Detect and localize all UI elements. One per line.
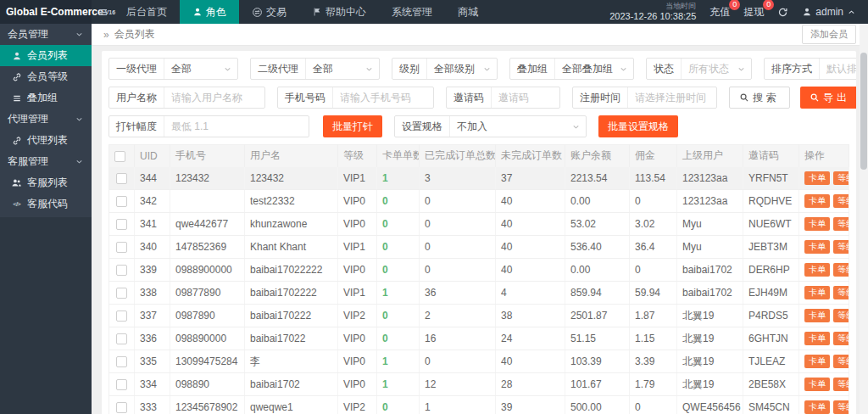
- action-button-1[interactable]: 卡单: [804, 286, 830, 299]
- column-header: UID: [135, 145, 170, 167]
- row-checkbox[interactable]: [116, 356, 127, 367]
- sidebar-group-5[interactable]: 代理管理: [0, 109, 92, 130]
- nav-item-2[interactable]: 角色: [180, 0, 239, 24]
- sidebar-item-3[interactable]: 会员等级: [0, 66, 92, 87]
- cell-parent-user: baibai1702: [677, 259, 743, 282]
- cell-pending-orders: 40: [496, 350, 565, 373]
- cell-completed-orders: 0: [420, 190, 496, 213]
- cell-pending-orders: 4: [496, 282, 565, 305]
- cell-balance: 859.94: [565, 282, 630, 305]
- cell-uid: 335: [135, 350, 170, 373]
- filter-select[interactable]: 全部: [164, 62, 237, 76]
- withdraw-button[interactable]: 提现 0: [743, 5, 764, 20]
- sidebar-menu: 会员管理会员列表会员等级叠加组代理管理代理列表客服管理客服列表</>客服代码: [0, 24, 92, 215]
- action-button-2[interactable]: 等级: [833, 240, 849, 254]
- search-button[interactable]: 搜索: [729, 87, 790, 109]
- sidebar-group-7[interactable]: 客服管理: [0, 151, 92, 172]
- action-button-2[interactable]: 等级: [833, 286, 849, 299]
- column-header: 手机号: [170, 145, 245, 167]
- action-button-1[interactable]: 卡单: [804, 309, 830, 322]
- action-button-1[interactable]: 卡单: [804, 378, 830, 391]
- export-button-label: 导出: [823, 91, 850, 105]
- action-button-2[interactable]: 等级: [833, 355, 849, 368]
- cell-username: baibai170222: [245, 305, 338, 327]
- row-checkbox[interactable]: [116, 242, 127, 253]
- action-button-2[interactable]: 等级: [833, 309, 849, 322]
- scrollbar-thumb[interactable]: [860, 53, 867, 170]
- recharge-button[interactable]: 充值 0: [709, 5, 730, 20]
- inject-range-input[interactable]: [164, 116, 309, 137]
- action-button-1[interactable]: 卡单: [804, 194, 830, 208]
- filter-select[interactable]: 全部级别: [427, 62, 497, 76]
- filter-select[interactable]: 默认排序: [820, 62, 856, 76]
- refresh-icon[interactable]: [777, 7, 788, 18]
- users-icon: [11, 177, 22, 188]
- action-button-1[interactable]: 卡单: [804, 171, 830, 185]
- row-checkbox[interactable]: [116, 196, 127, 207]
- filter-input[interactable]: [333, 87, 433, 108]
- add-member-button[interactable]: 添加会员: [802, 25, 856, 44]
- filter-select[interactable]: 所有状态: [682, 62, 751, 76]
- sidebar-item-8[interactable]: 客服列表: [0, 172, 92, 193]
- cell-invite-code: JEBT3M: [743, 236, 799, 259]
- filter-select[interactable]: 全部叠加组: [555, 62, 633, 76]
- sidebar-item-6[interactable]: 代理列表: [0, 130, 92, 151]
- row-checkbox[interactable]: [116, 379, 127, 390]
- action-button-1[interactable]: 卡单: [804, 332, 830, 345]
- row-checkbox[interactable]: [116, 333, 127, 344]
- cell-uid: 336: [135, 327, 170, 350]
- sidebar-item-label: 客服代码: [27, 197, 68, 211]
- action-button-1[interactable]: 卡单: [804, 240, 830, 254]
- cell-completed-orders: 0: [420, 213, 496, 236]
- nav-item-6[interactable]: 商城: [445, 0, 491, 24]
- row-checkbox[interactable]: [116, 288, 127, 299]
- row-checkbox[interactable]: [116, 310, 127, 322]
- filter-select[interactable]: 全部: [306, 62, 379, 76]
- action-button-2[interactable]: 等级: [833, 332, 849, 345]
- cell-card-orders: 0: [377, 236, 420, 259]
- cell-pending-orders: 40: [496, 213, 565, 236]
- spec-select[interactable]: 不加入: [450, 120, 586, 134]
- cell-phone: 0987890: [170, 305, 245, 327]
- sidebar-item-label: 客服管理: [8, 154, 75, 169]
- filter-input[interactable]: [492, 87, 559, 108]
- hamburger-menu-icon[interactable]: [92, 0, 114, 24]
- action-button-2[interactable]: 等级: [833, 400, 849, 414]
- admin-menu[interactable]: admin: [802, 6, 856, 18]
- column-header: 账户余额: [565, 145, 630, 167]
- sidebar-item-4[interactable]: 叠加组: [0, 87, 92, 109]
- action-button-1[interactable]: 卡单: [804, 400, 830, 414]
- action-button-2[interactable]: 等级: [833, 263, 849, 277]
- withdraw-label: 提现: [743, 6, 764, 18]
- filter-input[interactable]: [628, 87, 716, 108]
- nav-item-1[interactable]: 后台首页: [114, 0, 180, 24]
- nav-item-label: 帮助中心: [326, 5, 366, 20]
- action-button-1[interactable]: 卡单: [804, 263, 830, 277]
- action-button-2[interactable]: 等级: [833, 194, 849, 208]
- nav-item-3[interactable]: 交易: [239, 0, 299, 24]
- export-button[interactable]: 导出: [800, 87, 856, 109]
- action-button-2[interactable]: 等级: [833, 378, 849, 391]
- action-button-1[interactable]: 卡单: [804, 355, 830, 368]
- row-checkbox[interactable]: [116, 402, 127, 413]
- link-icon: [11, 72, 22, 82]
- nav-item-4[interactable]: 帮助中心: [299, 0, 379, 24]
- row-checkbox[interactable]: [116, 219, 127, 230]
- sidebar-item-9[interactable]: </>客服代码: [0, 193, 92, 215]
- row-checkbox[interactable]: [116, 265, 127, 276]
- sidebar-item-2[interactable]: 会员列表: [0, 45, 92, 66]
- action-button-2[interactable]: 等级: [833, 171, 849, 185]
- cell-phone: 098890000: [170, 327, 245, 350]
- cell-balance: 500.00: [565, 396, 630, 414]
- cell-actions: 卡单等级余额编辑…: [799, 396, 849, 414]
- nav-item-5[interactable]: 系统管理: [379, 0, 445, 24]
- sidebar-group-1[interactable]: 会员管理: [0, 24, 92, 45]
- select-all-checkbox[interactable]: [114, 151, 125, 162]
- nav-item-label: 后台首页: [126, 5, 167, 20]
- action-button-2[interactable]: 等级: [833, 217, 849, 231]
- row-checkbox[interactable]: [116, 173, 127, 184]
- batch-inject-button[interactable]: 批量打针: [323, 115, 382, 137]
- filter-input[interactable]: [164, 87, 264, 108]
- batch-spec-button[interactable]: 批量设置规格: [598, 115, 678, 137]
- action-button-1[interactable]: 卡单: [804, 217, 830, 231]
